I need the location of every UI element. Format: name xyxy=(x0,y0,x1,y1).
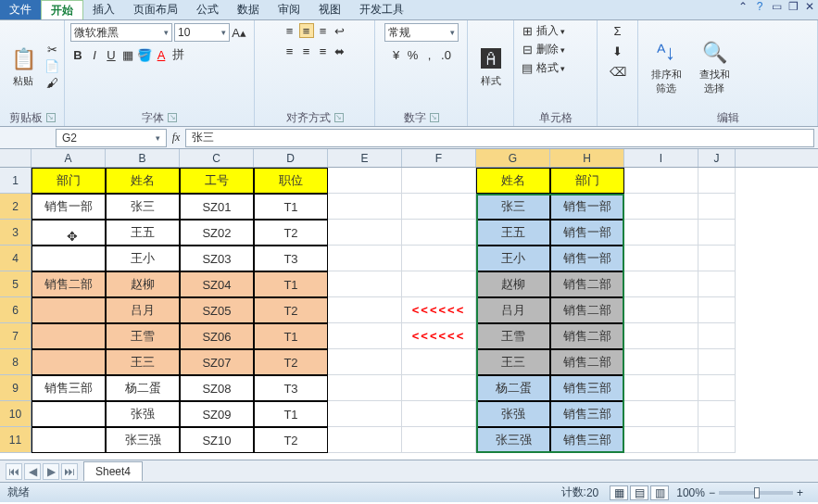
merge-icon[interactable]: ⬌ xyxy=(333,44,347,58)
window-minimize-icon[interactable]: ▭ xyxy=(768,0,785,19)
phonetic-icon[interactable]: 拼 xyxy=(170,47,185,62)
row-header[interactable]: 4 xyxy=(0,246,31,271)
cell[interactable] xyxy=(402,168,476,194)
col-header-J[interactable]: J xyxy=(698,149,736,167)
underline-icon[interactable]: U xyxy=(104,47,119,62)
cell[interactable]: 工号 xyxy=(180,168,254,194)
cell[interactable] xyxy=(31,401,106,427)
cell[interactable] xyxy=(698,349,736,375)
zoom-out-icon[interactable]: − xyxy=(709,486,715,499)
tab-last-icon[interactable]: ⏭ xyxy=(61,463,78,480)
paste-button[interactable]: 📋粘贴 xyxy=(6,40,41,93)
cell[interactable] xyxy=(698,427,736,453)
menu-tab-2[interactable]: 页面布局 xyxy=(124,0,187,19)
cell[interactable]: 部门 xyxy=(31,168,106,194)
cell[interactable] xyxy=(624,349,698,375)
fx-icon[interactable]: fx xyxy=(167,131,185,145)
cell[interactable] xyxy=(698,246,736,271)
col-header-D[interactable]: D xyxy=(254,149,328,167)
cell[interactable]: SZ01 xyxy=(180,194,254,220)
menu-tab-4[interactable]: 数据 xyxy=(228,0,269,19)
font-size-combo[interactable]: 10▾ xyxy=(174,23,230,42)
cell[interactable]: SZ04 xyxy=(180,271,254,297)
dialog-launcher-icon[interactable]: ↘ xyxy=(46,113,56,122)
col-header-E[interactable]: E xyxy=(328,149,402,167)
menu-tab-1[interactable]: 插入 xyxy=(83,0,124,19)
col-header-C[interactable]: C xyxy=(180,149,254,167)
cell[interactable]: 销售一部 xyxy=(31,194,106,220)
cell[interactable] xyxy=(328,297,402,323)
percent-icon[interactable]: % xyxy=(406,47,421,62)
currency-icon[interactable]: ¥ xyxy=(389,47,404,62)
menu-file[interactable]: 文件 xyxy=(0,0,41,19)
cell[interactable] xyxy=(624,168,698,194)
cell[interactable] xyxy=(402,375,476,401)
cell[interactable]: 王五 xyxy=(476,220,550,246)
cell[interactable]: 销售二部 xyxy=(550,323,624,349)
menu-tab-7[interactable]: 开发工具 xyxy=(350,0,413,19)
menu-tab-5[interactable]: 审阅 xyxy=(269,0,309,19)
cell[interactable]: T2 xyxy=(254,349,328,375)
name-box[interactable]: G2▾ xyxy=(56,129,167,147)
cell[interactable]: T3 xyxy=(254,375,328,401)
cell[interactable] xyxy=(328,220,402,246)
sheet-tab[interactable]: Sheet4 xyxy=(83,461,143,481)
cell[interactable]: 姓名 xyxy=(106,168,180,194)
view-page-break-icon[interactable]: ▥ xyxy=(650,485,669,500)
cell[interactable]: 姓名 xyxy=(476,168,550,194)
cell[interactable]: 王三 xyxy=(106,349,180,375)
bold-icon[interactable]: B xyxy=(70,47,85,62)
cell[interactable]: 张强 xyxy=(106,401,180,427)
ribbon-minimize-icon[interactable]: ⌃ xyxy=(735,0,751,19)
align-left-icon[interactable]: ≡ xyxy=(283,44,297,58)
row-header[interactable]: 7 xyxy=(0,323,31,349)
cell[interactable] xyxy=(402,194,476,220)
wrap-text-icon[interactable]: ↩ xyxy=(333,23,347,38)
cell[interactable]: T3 xyxy=(254,246,328,271)
cell[interactable]: 销售一部 xyxy=(550,220,624,246)
autosum-icon[interactable]: Σ xyxy=(610,23,625,38)
font-color-icon[interactable]: A xyxy=(154,47,169,62)
cell[interactable]: 吕月 xyxy=(106,297,180,323)
italic-icon[interactable]: I xyxy=(87,47,102,62)
row-header[interactable]: 5 xyxy=(0,271,31,297)
col-header-G[interactable]: G xyxy=(476,149,550,167)
cell[interactable] xyxy=(402,246,476,271)
cell[interactable] xyxy=(31,323,106,349)
cell[interactable]: 销售三部 xyxy=(550,401,624,427)
cell[interactable] xyxy=(624,271,698,297)
number-format-combo[interactable]: 常规▾ xyxy=(384,23,459,42)
cell[interactable]: T2 xyxy=(254,427,328,453)
cell[interactable]: 王雪 xyxy=(476,323,550,349)
cell[interactable]: SZ10 xyxy=(180,427,254,453)
cell[interactable] xyxy=(31,246,106,271)
cell[interactable]: 张三强 xyxy=(106,427,180,453)
tab-first-icon[interactable]: ⏮ xyxy=(6,463,22,480)
dialog-launcher-icon[interactable]: ↘ xyxy=(430,113,439,122)
view-page-layout-icon[interactable]: ▤ xyxy=(630,485,648,500)
cell[interactable] xyxy=(698,323,736,349)
cell[interactable]: T2 xyxy=(254,297,328,323)
cell[interactable]: T1 xyxy=(254,323,328,349)
cell[interactable]: 王小 xyxy=(476,246,550,271)
cell[interactable] xyxy=(328,349,402,375)
zoom-in-icon[interactable]: + xyxy=(797,486,803,499)
cell[interactable] xyxy=(328,271,402,297)
tab-next-icon[interactable]: ▶ xyxy=(43,463,59,480)
cell[interactable] xyxy=(698,375,736,401)
cell[interactable] xyxy=(328,323,402,349)
cell[interactable] xyxy=(328,401,402,427)
align-center-icon[interactable]: ≡ xyxy=(299,44,314,58)
cell[interactable]: 销售二部 xyxy=(550,271,624,297)
menu-tab-3[interactable]: 公式 xyxy=(187,0,228,19)
cell[interactable]: SZ08 xyxy=(180,375,254,401)
cell[interactable]: 杨二蛋 xyxy=(106,375,180,401)
border-icon[interactable]: ▦ xyxy=(120,47,135,62)
cell[interactable] xyxy=(402,401,476,427)
cell[interactable]: <<<<<< xyxy=(402,297,476,323)
cell[interactable] xyxy=(624,427,698,453)
cell[interactable]: 王五 xyxy=(106,220,180,246)
cell[interactable] xyxy=(402,220,476,246)
row-header[interactable]: 11 xyxy=(0,427,31,453)
worksheet[interactable]: ABCDEFGHIJ 1部门姓名工号职位姓名部门2销售一部张三SZ01T1张三销… xyxy=(0,149,818,460)
